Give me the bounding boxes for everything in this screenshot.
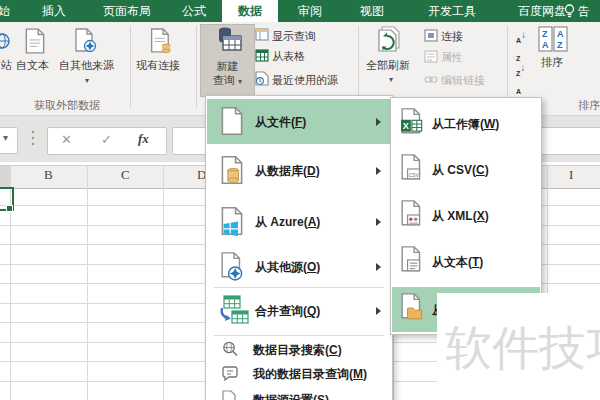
tab-page-layout[interactable]: 页面布局 — [86, 0, 168, 22]
sort-button[interactable]: 排序 — [541, 55, 563, 70]
sort-ascending-button[interactable]: A↓ Z — [516, 29, 526, 65]
new-query-button[interactable]: 新建 查询 ▾ — [200, 24, 255, 97]
submenu-arrow-icon — [376, 263, 381, 271]
connections-button[interactable]: 连接 — [441, 29, 463, 44]
menu-item-from-other-sources[interactable]: 从其他源(O) — [207, 248, 391, 286]
existing-connections-icon — [149, 28, 175, 59]
from-text-file-icon — [24, 28, 46, 58]
folder-icon — [400, 292, 426, 328]
menu-separator — [214, 335, 384, 336]
submenu-arrow-icon — [376, 307, 381, 315]
properties-icon — [424, 49, 438, 67]
column-header-i[interactable]: I — [569, 167, 573, 183]
column-header-c[interactable]: C — [121, 167, 130, 183]
menu-item-data-source-settings[interactable]: 数据源设置(S) — [207, 388, 391, 400]
sort-descending-button[interactable]: Z↓ A — [516, 62, 525, 98]
watermark-text: 软件技巧 — [445, 317, 600, 380]
refresh-all-icon — [376, 25, 410, 59]
new-query-menu: 从文件(F) 从数据库(D) 从 Azure(A) 从其他源(O) 合并查询(Q… — [205, 95, 393, 400]
file-icon — [220, 106, 244, 140]
existing-connections-button[interactable]: 现有连接 — [136, 58, 180, 73]
menu-separator — [214, 287, 384, 288]
submenu-item-from-csv[interactable]: CSV 从 CSV(C) — [392, 148, 540, 191]
submenu-arrow-icon — [376, 118, 381, 126]
svg-text:A: A — [557, 29, 564, 39]
formula-bar-grip-icon[interactable] — [30, 129, 36, 153]
submenu-arrow-icon — [376, 218, 381, 226]
cancel-button[interactable]: ✕ — [61, 132, 72, 147]
menu-item-from-file[interactable]: 从文件(F) — [207, 99, 391, 144]
svg-text:Z: Z — [542, 29, 548, 39]
group-label-sort-filter: 排序和筛选 — [578, 98, 600, 113]
azure-icon — [220, 206, 244, 240]
new-query-label-2: 查询 ▾ — [201, 73, 254, 89]
recent-sources-button[interactable]: 最近使用的源 — [272, 73, 338, 88]
insert-function-button[interactable]: fx — [138, 131, 149, 147]
new-query-label-1: 新建 — [201, 59, 254, 73]
csv-icon: CSV — [400, 153, 426, 189]
enter-button[interactable]: ✓ — [101, 132, 112, 147]
tab-view[interactable]: 视图 — [346, 0, 398, 22]
gridline — [87, 165, 88, 400]
tab-insert[interactable]: 插入 — [30, 0, 78, 22]
xml-icon — [400, 199, 426, 235]
refresh-all-button[interactable]: 全部刷新 — [366, 58, 410, 73]
submenu-item-from-text[interactable]: 从文本(T) — [392, 240, 540, 284]
from-table-button[interactable]: 从表格 — [272, 49, 305, 64]
from-other-sources-dropdown[interactable]: ▾ — [85, 76, 89, 85]
tab-developer[interactable]: 开发工具 — [408, 0, 496, 22]
fill-handle[interactable] — [6, 205, 13, 212]
catalog-search-icon — [221, 340, 239, 362]
workbook-icon: X — [400, 107, 426, 143]
properties-button: 属性 — [441, 50, 463, 65]
database-icon — [220, 155, 244, 189]
svg-text:A: A — [542, 40, 549, 50]
menu-item-from-database[interactable]: 从数据库(D) — [207, 148, 391, 193]
edit-links-icon — [424, 72, 438, 90]
combine-queries-icon — [218, 294, 250, 332]
svg-text:Z: Z — [557, 40, 563, 50]
data-source-settings-icon — [221, 390, 237, 400]
submenu-arrow-icon — [376, 167, 381, 175]
menu-item-my-catalog-queries[interactable]: 我的数据目录查询(M) — [207, 362, 391, 384]
name-box-dropdown-icon[interactable]: ▾ — [3, 132, 8, 143]
globe-icon — [0, 30, 10, 56]
submenu-item-from-xml[interactable]: 从 XML(X) — [392, 194, 540, 237]
gridline — [163, 165, 164, 400]
from-text-button[interactable]: 自文本 — [16, 58, 49, 73]
from-other-sources-button[interactable]: 自其他来源 — [59, 58, 114, 73]
column-header-a-partial[interactable] — [0, 166, 10, 187]
from-web-button[interactable]: 站 — [1, 58, 12, 73]
group-divider — [507, 26, 508, 108]
new-query-icon — [213, 27, 243, 61]
menu-item-from-azure[interactable]: 从 Azure(A) — [207, 199, 391, 244]
tab-review[interactable]: 审阅 — [284, 0, 336, 22]
submenu-item-from-workbook[interactable]: X 从工作簿(W) — [392, 102, 540, 145]
menu-item-data-catalog-search[interactable]: 数据目录搜索(C) — [207, 338, 391, 360]
tab-data[interactable]: 数据 — [222, 0, 278, 22]
column-header-b[interactable]: B — [44, 167, 53, 183]
from-table-icon — [255, 48, 269, 66]
group-divider — [196, 26, 197, 108]
connections-icon — [424, 28, 438, 46]
group-label-get-external-data: 获取外部数据 — [34, 98, 100, 113]
refresh-all-dropdown[interactable]: ▾ — [389, 75, 393, 84]
from-other-sources-icon — [74, 28, 98, 58]
show-queries-icon — [255, 27, 269, 45]
watermark-box: 软件技巧 — [437, 293, 600, 400]
ribbon-tab-bar: 始 插入 页面布局 公式 数据 审阅 视图 开发工具 百度网盘 告 — [0, 0, 600, 22]
excel-window: { "colors":{"excel_green":"#217346","men… — [0, 0, 600, 400]
svg-text:CSV: CSV — [409, 172, 420, 178]
tell-me-label[interactable]: 告 — [578, 0, 600, 22]
tab-formulas[interactable]: 公式 — [170, 0, 218, 22]
catalog-queries-icon — [221, 364, 239, 386]
sort-dialog-icon: ZAAZ — [538, 26, 568, 56]
tab-home[interactable]: 始 — [0, 0, 16, 22]
recent-sources-icon — [255, 71, 269, 90]
menu-item-combine-queries[interactable]: 合并查询(Q) — [207, 290, 391, 332]
show-queries-button[interactable]: 显示查询 — [272, 29, 316, 44]
svg-text:X: X — [403, 122, 410, 132]
lightbulb-icon — [563, 3, 576, 23]
group-divider — [130, 26, 131, 108]
other-sources-icon — [220, 251, 246, 287]
